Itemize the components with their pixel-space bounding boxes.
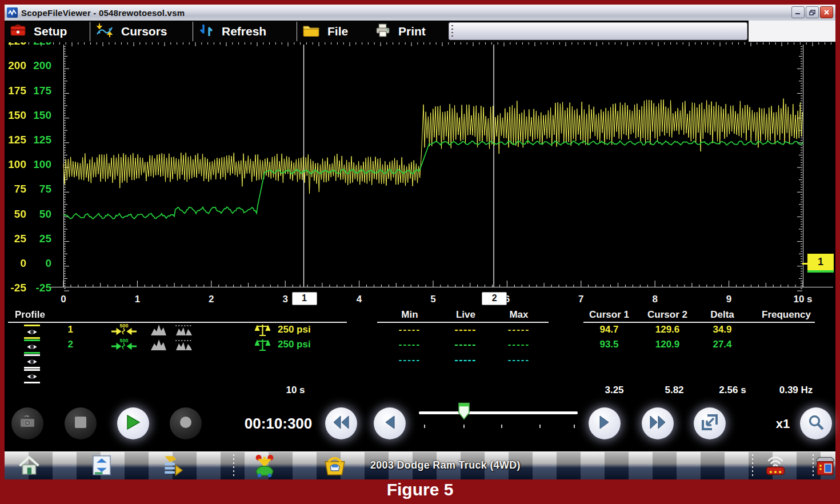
vehicle-id-icon[interactable] <box>250 454 279 478</box>
cursors-label: Cursors <box>121 25 167 38</box>
cursors-button[interactable]: Cursors <box>96 21 167 42</box>
channel1-y-tick-label: 225 <box>5 42 26 47</box>
stop-icon <box>74 416 87 431</box>
position-slider-track[interactable] <box>419 411 578 414</box>
channel1-max: ----- <box>487 323 550 336</box>
refresh-button[interactable]: Refresh <box>199 21 266 42</box>
step-forward-icon <box>599 415 610 432</box>
histogram-peaks-icon[interactable] <box>174 338 194 351</box>
channel2-y-tick-label: 50 <box>30 209 51 220</box>
channel1-cursor2-value: 129.6 <box>636 323 699 336</box>
channel1-y-tick-label: 25 <box>5 233 26 245</box>
rewind-button[interactable] <box>325 407 357 439</box>
active-vehicle-label[interactable]: 2003 Dodge Ram Truck (4WD) <box>370 452 521 479</box>
channel1-y-tick-label: 125 <box>5 134 26 146</box>
channel3-min: ----- <box>378 354 441 366</box>
x-tick-label: 4 <box>342 294 377 305</box>
channel2-y-tick-label: 125 <box>30 134 51 146</box>
histogram-icon[interactable] <box>150 323 170 336</box>
position-slider-thumb[interactable] <box>458 402 470 420</box>
scope-module-icon[interactable] <box>815 454 835 478</box>
snapshot-button[interactable] <box>11 407 43 439</box>
fast-forward-button[interactable] <box>642 407 674 439</box>
cursors-icon <box>96 23 113 41</box>
step-back-icon <box>384 415 395 432</box>
slider-tick <box>574 425 575 428</box>
profile-header: Profile <box>15 309 45 321</box>
x-tick-label: 9 <box>712 294 746 305</box>
cursor-2-flag[interactable]: 2 <box>482 292 507 305</box>
expand-icon <box>702 414 718 433</box>
scope-waveform-canvas[interactable] <box>5 42 835 291</box>
cursor2-time: 5.82 <box>643 384 706 397</box>
home-icon[interactable] <box>15 454 43 478</box>
channel2-y-tick-label: 75 <box>30 183 51 195</box>
playlist-icon[interactable] <box>159 454 187 478</box>
record-button[interactable] <box>170 407 202 439</box>
step-forward-button[interactable] <box>589 407 621 439</box>
taskbar-divider <box>752 454 753 477</box>
bottom-taskbar: 2003 Dodge Ram Truck (4WD) <box>5 451 835 479</box>
channel1-y-tick-label: 150 <box>5 110 26 121</box>
sweep-length: 10 s <box>264 384 327 397</box>
step-back-button[interactable] <box>374 407 406 439</box>
channel2-max: ----- <box>487 338 550 351</box>
play-button[interactable] <box>117 407 149 439</box>
svg-text:500: 500 <box>119 338 128 343</box>
channel1-y-tick-label: 100 <box>5 159 26 170</box>
cursor1-time: 3.25 <box>583 384 646 397</box>
channel2-trigger-icon[interactable]: 500 <box>110 337 138 350</box>
histogram-peaks-icon[interactable] <box>174 323 194 336</box>
scope-file-viewer-window: ScopeFileViewer - 0548rewotoesol.vsm Set… <box>5 5 835 479</box>
delta-time: 2.56 s <box>701 384 764 397</box>
channel2-y-tick-label: -25 <box>30 282 51 294</box>
channel1-trigger-icon[interactable]: 500 <box>110 322 138 335</box>
channel1-scale-icon[interactable] <box>255 323 270 335</box>
channel3-visibility-eye-icon[interactable] <box>24 354 40 369</box>
scanner-comm-icon[interactable] <box>761 454 790 478</box>
saved-vehicle-icon[interactable] <box>321 454 349 478</box>
channel-1-level-marker[interactable]: 1 <box>807 254 834 273</box>
main-toolbar: Setup Cursors Refresh File Pr <box>5 21 835 42</box>
channel1-number: 1 <box>59 323 73 336</box>
channel2-scale-icon[interactable] <box>255 338 270 350</box>
restore-button[interactable] <box>806 6 819 18</box>
channel2-y-tick-label: 200 <box>30 60 51 71</box>
channel1-visibility-eye-icon[interactable] <box>24 325 40 339</box>
setup-button[interactable]: Setup <box>10 21 67 42</box>
histogram-icon[interactable] <box>150 338 170 351</box>
slider-tick <box>463 425 465 428</box>
title-bar: ScopeFileViewer - 0548rewotoesol.vsm <box>5 5 835 21</box>
playback-bar: 00:10:300 x1 <box>5 398 835 451</box>
stop-button[interactable] <box>65 407 97 439</box>
minimize-button[interactable] <box>791 6 805 18</box>
channel3-max: ----- <box>487 354 550 366</box>
channel2-visibility-eye-icon[interactable] <box>24 339 40 354</box>
file-button[interactable]: File <box>303 21 348 42</box>
x-tick-label: 2 <box>194 294 229 305</box>
channel1-y-tick-label: -25 <box>5 282 26 294</box>
zoom-button[interactable] <box>800 407 832 439</box>
channel2-y-tick-label: 225 <box>30 42 51 47</box>
frequency-value: 0.39 Hz <box>765 384 827 397</box>
close-button[interactable] <box>820 6 833 18</box>
max-header: Max <box>487 309 550 321</box>
toolbar-separator <box>297 22 297 41</box>
channel1-delta-value: 34.9 <box>691 323 754 336</box>
cursor-1-flag[interactable]: 1 <box>292 292 317 305</box>
data-exchange-icon[interactable] <box>87 454 116 478</box>
channel1-min: ----- <box>378 323 441 336</box>
channel2-y-tick-label: 25 <box>30 233 51 245</box>
toolbar-separator <box>90 22 90 41</box>
tray-grip-handle[interactable] <box>451 25 453 37</box>
channel1-y-tick-label: 0 <box>5 258 26 269</box>
app-logo-icon <box>7 7 18 18</box>
taskbar-divider <box>813 454 814 477</box>
print-button[interactable]: Print <box>375 21 426 42</box>
zoom-multiplier-label: x1 <box>766 417 800 431</box>
channel4-visibility-eye-icon[interactable] <box>24 369 40 383</box>
divider <box>377 322 549 323</box>
window-title: ScopeFileViewer - 0548rewotoesol.vsm <box>21 8 185 18</box>
frequency-header: Frequency <box>755 309 818 321</box>
expand-view-button[interactable] <box>694 407 726 439</box>
